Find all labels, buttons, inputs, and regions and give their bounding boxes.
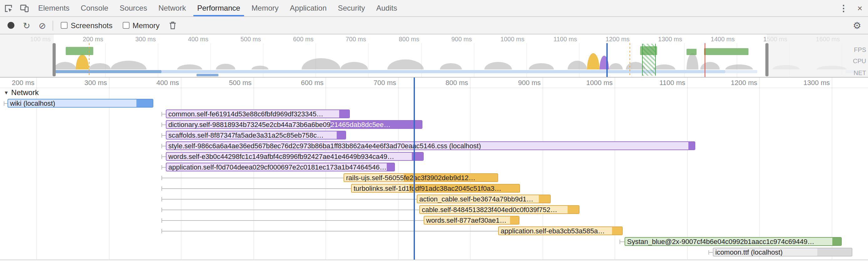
request-label: turbolinks.self-1d1 — [352, 184, 410, 192]
network-request-bar[interactable]: words.self-877aef30ae1… — [424, 216, 520, 225]
request-queue-line — [161, 146, 166, 146]
ruler-tick-label: 700 ms — [374, 79, 396, 86]
overview-ruler-label: 1100 ms — [554, 36, 577, 42]
request-queue-tick — [161, 133, 162, 138]
download-segment: fe2ac3f3902deb9d12… — [404, 174, 498, 181]
network-request-bar[interactable]: words.self-e3b0c44298fc1c149afbf4c8996fb… — [166, 152, 424, 161]
event-marker — [89, 43, 90, 77]
network-strip — [725, 70, 757, 73]
download-segment — [539, 195, 550, 203]
cpu-activity-hump — [700, 62, 720, 69]
screenshots-checkbox-box[interactable] — [61, 22, 68, 29]
request-label: dictionary.self-98818934b73245e2cb44a73b… — [166, 121, 331, 128]
clear-icon[interactable]: ⊘ — [34, 18, 50, 33]
request-queue-tick — [161, 165, 162, 170]
download-segment — [386, 163, 394, 171]
reload-icon[interactable]: ↻ — [19, 18, 34, 33]
overview-ruler-label: 700 ms — [345, 36, 366, 42]
memory-checkbox[interactable]: Memory — [122, 21, 160, 30]
request-label: words.self-e3b0c44298fc1c149afbf4c8996fb… — [166, 153, 394, 160]
network-request-bar[interactable]: scaffolds.self-8f87347fa5ade3a31a25c85eb… — [166, 131, 346, 139]
network-request-bar[interactable]: common.self-fe61914d53e88c6fbfd969df3233… — [166, 109, 350, 118]
ruler-tick-label: 800 ms — [445, 79, 468, 86]
network-section-label: Network — [11, 88, 39, 97]
tab-performance[interactable]: Performance — [191, 0, 246, 16]
network-request-bar[interactable]: icomoon.ttf (localhost) — [713, 248, 852, 257]
record-dot — [7, 22, 14, 29]
overview-ruler-label: 600 ms — [293, 36, 313, 42]
tab-console[interactable]: Console — [75, 0, 114, 16]
ruler-divider — [0, 88, 868, 88]
network-request-bar[interactable]: Systan_blue@2x-9007cf4b6e04c0992b1aacc1c… — [625, 237, 842, 246]
collapse-triangle-icon[interactable]: ▼ — [4, 90, 9, 95]
tab-application[interactable]: Application — [284, 0, 332, 16]
overview-ruler-label: 1300 ms — [658, 36, 682, 42]
download-segment — [337, 131, 345, 139]
overview-ruler-label: 1000 ms — [500, 36, 524, 42]
record-icon[interactable] — [3, 18, 19, 33]
inspect-icon[interactable] — [0, 0, 16, 16]
memory-checkbox-box[interactable] — [122, 22, 129, 29]
tab-security[interactable]: Security — [332, 0, 371, 16]
request-queue-line — [161, 178, 344, 178]
overview-ruler-label: 800 ms — [399, 36, 419, 42]
request-queue-line — [161, 231, 498, 232]
tab-network[interactable]: Network — [153, 0, 191, 16]
fps-label: FPS — [854, 46, 866, 53]
request-label: words.self-877aef30ae1… — [424, 216, 506, 224]
tab-audits[interactable]: Audits — [370, 0, 403, 16]
overview-ruler-label: 1400 ms — [711, 36, 735, 42]
tab-sources[interactable]: Sources — [114, 0, 153, 16]
network-request-bar[interactable]: turbolinks.self-1d1fddf91adc38ac2045c51f… — [351, 184, 520, 193]
trash-icon[interactable] — [164, 18, 180, 33]
playhead[interactable] — [414, 77, 415, 260]
download-segment: 21465dab8dc5ee… — [331, 121, 422, 128]
request-queue-tick — [620, 240, 620, 244]
screenshots-checkbox[interactable]: Screenshots — [61, 21, 112, 30]
download-segment — [339, 110, 349, 117]
flame-chart[interactable]: ▼ Network 200 ms300 ms400 ms500 ms600 ms… — [0, 77, 868, 269]
event-marker — [629, 43, 630, 77]
network-request-bar[interactable]: cable.self-8484513823f404ed0c0f039f752… — [419, 205, 580, 214]
cpu-label: CPU — [853, 58, 866, 64]
network-request-bar[interactable]: rails-ujs.self-56055fe2ac3f3902deb9d12… — [344, 173, 498, 182]
download-segment — [832, 238, 841, 245]
settings-gear-icon[interactable]: ⚙ — [849, 18, 865, 33]
request-queue-tick — [4, 101, 4, 106]
tab-elements[interactable]: Elements — [33, 0, 75, 16]
request-queue-line — [161, 167, 166, 168]
grid-line — [759, 77, 760, 260]
close-icon[interactable]: × — [852, 0, 868, 16]
network-strip — [161, 70, 725, 73]
kebab-menu-icon[interactable]: ⋮ — [835, 0, 852, 16]
network-request-bar[interactable]: application.self-f0d704deea029cf000697e2… — [166, 163, 395, 171]
tab-memory[interactable]: Memory — [246, 0, 284, 16]
overview-pane[interactable]: FPS CPU NET 100 ms200 ms300 ms400 ms500 … — [0, 34, 868, 77]
request-label: action_cable.self-be3674a79bb9d1… — [417, 195, 533, 203]
request-label: scaffolds.self-8f87347fa5ade3a31a25c85eb… — [166, 131, 323, 139]
cpu-activity-hump — [216, 64, 235, 69]
ruler-tick-label: 400 ms — [156, 79, 179, 86]
cpu-activity-hump — [252, 66, 269, 69]
request-queue-line — [161, 135, 166, 136]
screenshots-checkbox-label: Screenshots — [71, 21, 112, 30]
network-section-header[interactable]: ▼ Network — [4, 88, 39, 97]
overview-drag-handle-right[interactable] — [765, 43, 769, 76]
request-queue-line — [161, 157, 166, 157]
request-queue-tick — [161, 229, 162, 233]
devtools-tabbar: Elements Console Sources Network Perform… — [0, 0, 868, 17]
device-toolbar-icon[interactable] — [16, 0, 33, 16]
network-request-bar[interactable]: action_cable.self-be3674a79bb9d1… — [417, 195, 551, 203]
cpu-activity-hump — [587, 53, 599, 69]
network-request-bar[interactable]: wiki (localhost) — [7, 99, 153, 108]
network-request-bar[interactable]: dictionary.self-98818934b73245e2cb44a73b… — [166, 120, 423, 129]
download-segment — [688, 142, 695, 149]
request-queue-tick — [161, 123, 162, 127]
download-segment — [568, 206, 579, 213]
network-request-bar[interactable]: application.self-eba3cb53a585a… — [498, 227, 623, 235]
request-queue-tick — [161, 197, 162, 201]
network-request-bar[interactable]: style.self-986c6a6a4ae36ed567b8ec76d2c97… — [166, 141, 695, 150]
cpu-activity-hump — [653, 64, 675, 69]
request-label: cable.self-8484513823f404ed0c0f039f752… — [420, 206, 557, 213]
overview-drag-handle-left[interactable] — [53, 43, 56, 76]
